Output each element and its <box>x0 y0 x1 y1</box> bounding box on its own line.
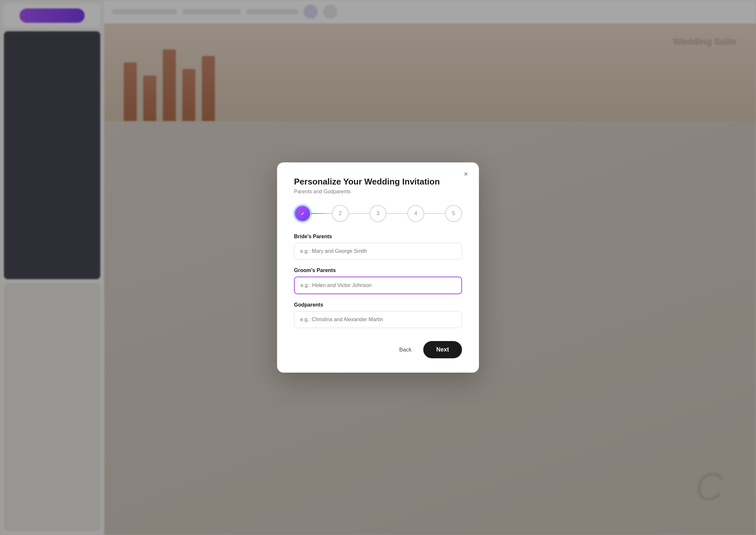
connector-2-3 <box>349 213 369 214</box>
next-button[interactable]: Next <box>423 341 462 358</box>
grooms-parents-input[interactable] <box>294 277 462 294</box>
step-2-label: 2 <box>339 211 342 216</box>
modal-overlay: × Personalize Your Wedding Invitation Pa… <box>0 0 756 535</box>
back-button[interactable]: Back <box>394 343 417 357</box>
close-button[interactable]: × <box>461 169 471 179</box>
modal-subtitle: Parents and Godparents <box>294 189 462 195</box>
brides-parents-label: Bride's Parents <box>294 234 462 239</box>
personalize-modal: × Personalize Your Wedding Invitation Pa… <box>277 162 479 373</box>
godparents-input[interactable] <box>294 311 462 328</box>
step-3[interactable]: 3 <box>369 205 387 222</box>
modal-title: Personalize Your Wedding Invitation <box>294 177 462 187</box>
step-5[interactable]: 5 <box>445 205 462 222</box>
step-2[interactable]: 2 <box>332 205 349 222</box>
step-5-label: 5 <box>452 211 455 216</box>
godparents-label: Godparents <box>294 302 462 308</box>
step-4-label: 4 <box>415 211 418 216</box>
connector-4-5 <box>424 213 445 214</box>
modal-footer: Back Next <box>294 341 462 358</box>
grooms-parents-label: Groom's Parents <box>294 268 462 273</box>
close-icon: × <box>464 170 468 178</box>
connector-3-4 <box>387 213 407 214</box>
connector-1-2 <box>311 213 332 214</box>
step-1[interactable]: ✓ <box>294 205 311 222</box>
step-4[interactable]: 4 <box>407 205 424 222</box>
step-3-label: 3 <box>377 211 380 216</box>
stepper: ✓ 2 3 4 5 <box>294 205 462 222</box>
brides-parents-input[interactable] <box>294 243 462 260</box>
step-1-label: ✓ <box>301 211 305 217</box>
